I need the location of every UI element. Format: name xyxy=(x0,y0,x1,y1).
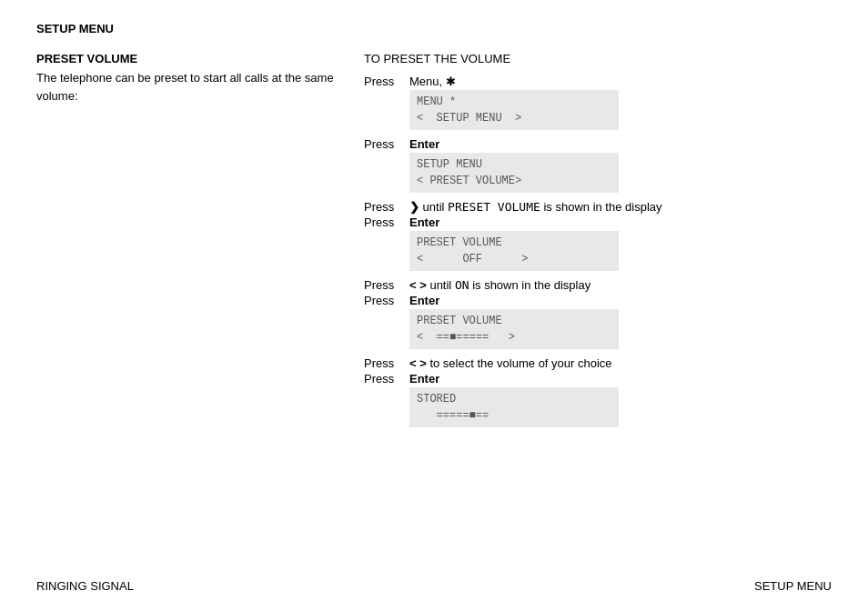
press-label-step4b: Press xyxy=(364,294,409,307)
left-column: PRESET VOLUME The telephone can be prese… xyxy=(36,52,364,589)
press-label-step5b: Press xyxy=(364,372,409,386)
display-box-step4: PRESET VOLUME< ==■===== > xyxy=(409,309,619,349)
press-label-step5a: Press xyxy=(364,356,409,370)
instruction-row-step2-press1: Press Enter xyxy=(364,137,832,151)
display-box-step5: STORED =====■== xyxy=(409,387,619,427)
instruction-group-step1: Press Menu, ✱ MENU *< SETUP MENU > xyxy=(364,75,832,130)
content-area: PRESET VOLUME The telephone can be prese… xyxy=(36,52,832,589)
display-box-step1: MENU *< SETUP MENU > xyxy=(409,90,619,130)
section-title: PRESET VOLUME xyxy=(36,52,346,65)
footer-left-label: RINGING SIGNAL xyxy=(36,579,134,593)
instruction-row-step5-press2: Press Enter xyxy=(364,372,832,386)
instruction-row-step3-press1: Press ❯ until PRESET VOLUME is shown in … xyxy=(364,200,832,214)
display-box-step2: SETUP MENU< PRESET VOLUME> xyxy=(409,153,619,193)
press-label-step1: Press xyxy=(364,75,409,88)
instruction-row-step3-press2: Press Enter xyxy=(364,215,832,229)
instruction-group-step5: Press < > to select the volume of your c… xyxy=(364,356,832,427)
footer-right-label: SETUP MENU xyxy=(754,579,832,593)
press-action-step1: Menu, ✱ xyxy=(409,75,832,88)
press-action-step2: Enter xyxy=(409,137,832,151)
footer: RINGING SIGNAL SETUP MENU xyxy=(36,579,832,593)
press-action-step4b: Enter xyxy=(409,294,832,307)
right-title: TO PRESET THE VOLUME xyxy=(364,52,832,65)
press-action-step3a: ❯ until PRESET VOLUME is shown in the di… xyxy=(409,200,832,214)
press-label-step2: Press xyxy=(364,137,409,151)
right-column: TO PRESET THE VOLUME Press Menu, ✱ MENU … xyxy=(364,52,832,589)
page-container: SETUP MENU PRESET VOLUME The telephone c… xyxy=(0,0,868,611)
instruction-row-step4-press1: Press < > until ON is shown in the displ… xyxy=(364,278,832,292)
section-description: The telephone can be preset to start all… xyxy=(36,69,346,105)
press-action-step5a: < > to select the volume of your choice xyxy=(409,356,832,370)
press-label-step3b: Press xyxy=(364,215,409,229)
press-label-step3a: Press xyxy=(364,200,409,214)
instruction-row-step5-press1: Press < > to select the volume of your c… xyxy=(364,356,832,370)
instruction-row-step1-press1: Press Menu, ✱ xyxy=(364,75,832,88)
instruction-group-step4: Press < > until ON is shown in the displ… xyxy=(364,278,832,349)
page-title: SETUP MENU xyxy=(36,22,832,35)
instruction-row-step4-press2: Press Enter xyxy=(364,294,832,307)
press-action-step5b: Enter xyxy=(409,372,832,386)
display-box-step3: PRESET VOLUME< OFF > xyxy=(409,231,619,271)
press-action-step4a: < > until ON is shown in the display xyxy=(409,278,832,292)
press-action-step3b: Enter xyxy=(409,215,832,229)
press-label-step4a: Press xyxy=(364,278,409,292)
instruction-group-step3: Press ❯ until PRESET VOLUME is shown in … xyxy=(364,200,832,271)
instruction-group-step2: Press Enter SETUP MENU< PRESET VOLUME> xyxy=(364,137,832,193)
